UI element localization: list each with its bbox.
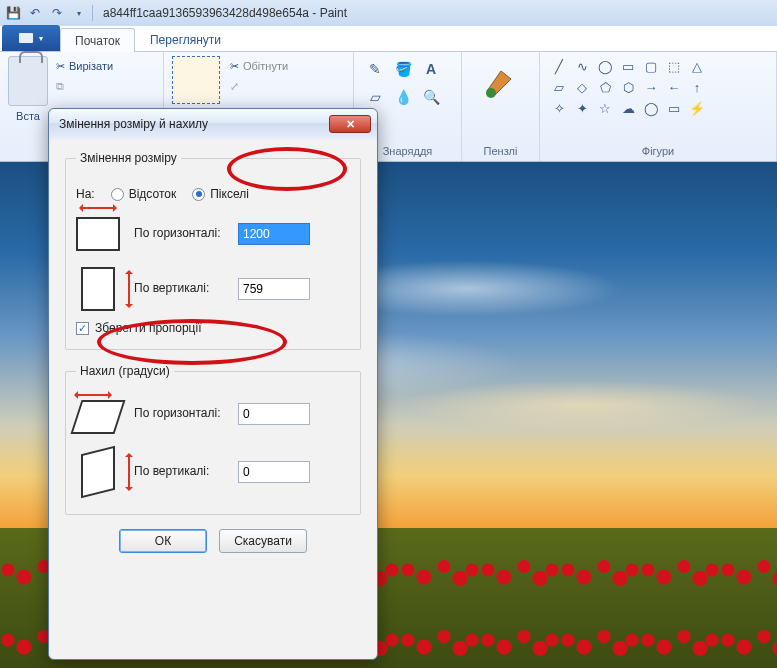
skew-h-label: По горизонталі:	[134, 406, 224, 422]
close-icon: ✕	[346, 118, 355, 131]
resize-icon-small: ⤢	[230, 80, 239, 93]
skew-horizontal-input[interactable]	[238, 403, 310, 425]
cancel-button[interactable]: Скасувати	[219, 529, 307, 553]
resize-fieldset: Змінення розміру На: Відсоток Пікселі По…	[65, 151, 361, 350]
file-menu-button[interactable]	[2, 25, 60, 51]
svg-point-0	[486, 88, 496, 98]
shapes-group-label: Фігури	[548, 143, 768, 161]
brushes-button[interactable]	[476, 56, 526, 106]
pencil-icon[interactable]: ✎	[362, 56, 388, 82]
tab-home[interactable]: Початок	[60, 28, 135, 52]
horizontal-input[interactable]	[238, 223, 310, 245]
resize-button-ribbon[interactable]: ⤢	[230, 76, 288, 96]
radio-icon-checked	[192, 188, 205, 201]
crop-button[interactable]: ✂ Обітнути	[230, 56, 288, 76]
cut-button[interactable]: ✂ Вирізати	[56, 56, 113, 76]
pixels-label: Пікселі	[210, 187, 249, 201]
shapes-gallery[interactable]: ╱∿◯▭▢⬚△ ▱◇⬠⬡→←↑ ✧✦☆☁◯▭⚡	[548, 56, 768, 118]
fill-icon[interactable]: 🪣	[390, 56, 416, 82]
vert-label: По вертикалі:	[134, 281, 224, 297]
undo-icon[interactable]: ↶	[26, 4, 44, 22]
text-icon[interactable]: A	[418, 56, 444, 82]
skew-v-label: По вертикалі:	[134, 464, 224, 480]
dialog-title: Змінення розміру й нахилу	[59, 117, 208, 131]
ok-label: ОК	[155, 534, 171, 548]
eraser-icon[interactable]: ▱	[362, 84, 388, 110]
window-title: a844ff1caa9136593963428d498e654a - Paint	[103, 6, 347, 20]
select-icon[interactable]	[172, 56, 220, 104]
scissors-icon: ✂	[56, 60, 65, 73]
skew-fieldset: Нахил (градуси) По горизонталі: По верти…	[65, 364, 361, 515]
dialog-titlebar[interactable]: Змінення розміру й нахилу ✕	[49, 109, 377, 139]
qat-dropdown-icon[interactable]: ▾	[70, 4, 88, 22]
percent-label: Відсоток	[129, 187, 177, 201]
resize-label-gray	[243, 80, 246, 92]
crop-label: Обітнути	[243, 60, 288, 72]
paste-icon[interactable]	[8, 56, 48, 106]
checkbox-icon: ✓	[76, 322, 89, 335]
resize-legend: Змінення розміру	[76, 151, 181, 165]
crop-icon: ✂	[230, 60, 239, 73]
copy-icon: ⧉	[56, 80, 64, 93]
brushes-label: Пензлі	[484, 143, 518, 161]
skew-vertical-input[interactable]	[238, 461, 310, 483]
radio-icon	[111, 188, 124, 201]
resize-vertical-icon	[81, 267, 115, 311]
cancel-label: Скасувати	[234, 534, 292, 548]
copy-label	[68, 80, 71, 92]
ok-button[interactable]: ОК	[119, 529, 207, 553]
skew-legend: Нахил (градуси)	[76, 364, 174, 378]
vertical-input[interactable]	[238, 278, 310, 300]
by-label: На:	[76, 187, 95, 201]
redo-icon[interactable]: ↷	[48, 4, 66, 22]
aspect-ratio-checkbox[interactable]: ✓ Зберегти пропорції	[76, 321, 350, 335]
quick-access-toolbar: 💾 ↶ ↷ ▾	[4, 4, 88, 22]
titlebar: 💾 ↶ ↷ ▾ a844ff1caa9136593963428d498e654a…	[0, 0, 777, 26]
resize-horizontal-icon	[76, 217, 120, 251]
horiz-label: По горизонталі:	[134, 226, 224, 242]
skew-horizontal-icon	[70, 400, 125, 434]
picker-icon[interactable]: 💧	[390, 84, 416, 110]
radio-pixels[interactable]: Пікселі	[192, 187, 249, 201]
tab-view[interactable]: Переглянути	[135, 27, 236, 51]
resize-skew-dialog: Змінення розміру й нахилу ✕ Змінення роз…	[48, 108, 378, 660]
paste-label: Вста	[8, 110, 48, 122]
magnifier-icon[interactable]: 🔍	[418, 84, 444, 110]
tools-grid: ✎ 🪣 A ▱ 💧 🔍	[362, 56, 453, 110]
close-button[interactable]: ✕	[329, 115, 371, 133]
radio-percent[interactable]: Відсоток	[111, 187, 177, 201]
cut-label: Вирізати	[69, 60, 113, 72]
ribbon-tabs: Початок Переглянути	[0, 26, 777, 52]
skew-vertical-icon	[81, 446, 115, 498]
aspect-label: Зберегти пропорції	[95, 321, 201, 335]
copy-button-disabled: ⧉	[56, 76, 113, 96]
save-icon[interactable]: 💾	[4, 4, 22, 22]
